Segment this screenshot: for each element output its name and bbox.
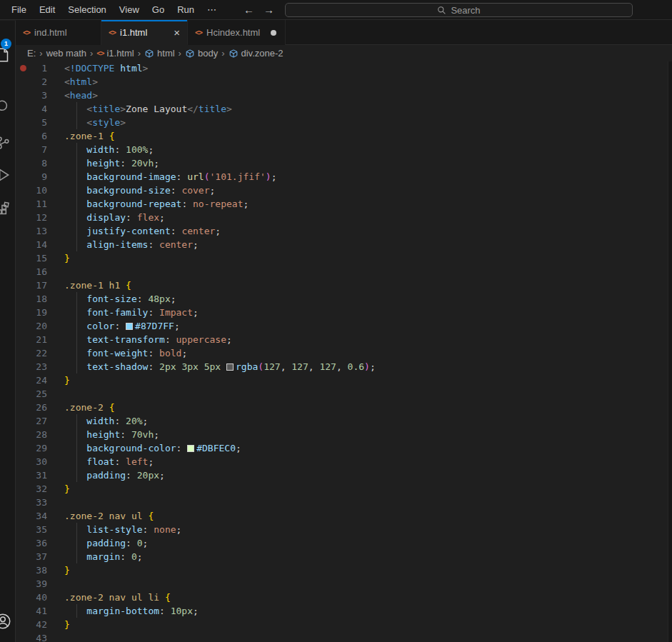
code-line[interactable]: 28 height: 70vh; (16, 428, 668, 441)
line-number[interactable]: 21 (16, 333, 47, 346)
menu-item-file[interactable]: File (5, 2, 33, 18)
breadcrumb-item-web-math[interactable]: web math (46, 48, 86, 59)
line-number[interactable]: 37 (16, 550, 47, 563)
code-line[interactable]: 33 (16, 496, 668, 509)
line-number[interactable]: 14 (16, 238, 47, 251)
menu-item-edit[interactable]: Edit (33, 2, 61, 18)
code-line[interactable]: 17.zone-1 h1 { (16, 279, 668, 292)
line-number[interactable]: 19 (16, 306, 47, 319)
code-line[interactable]: 42} (16, 618, 668, 631)
code-line[interactable]: 23 text-shadow: 2px 3px 5px rgba(127, 12… (16, 360, 668, 373)
line-number[interactable]: 41 (16, 604, 47, 618)
code-line[interactable]: 7 width: 100%; (16, 143, 668, 156)
line-number[interactable]: 25 (16, 387, 47, 401)
code-line[interactable]: 6.zone-1 { (16, 129, 668, 143)
code-line[interactable]: 5 <style> (16, 116, 668, 129)
line-number[interactable]: 34 (16, 509, 47, 523)
code-line[interactable]: 18 font-size: 48px; (16, 292, 668, 306)
code-editor[interactable]: 1<!DOCTYPE html>2<html>3<head>4 <title>Z… (16, 61, 668, 642)
line-number[interactable]: 32 (16, 482, 47, 496)
code-line[interactable]: 10 background-size: cover; (16, 184, 668, 197)
code-line[interactable]: 41 margin-bottom: 10px; (16, 604, 668, 618)
color-swatch[interactable] (226, 363, 234, 371)
code-line[interactable]: 34.zone-2 nav ul { (16, 509, 668, 523)
code-line[interactable]: 37 margin: 0; (16, 550, 668, 563)
color-swatch[interactable] (187, 445, 194, 452)
code-line[interactable]: 16 (16, 265, 668, 279)
code-line[interactable]: 43 (16, 631, 668, 642)
menu-item-more[interactable]: ⋯ (201, 2, 223, 18)
line-number[interactable]: 8 (16, 156, 47, 170)
code-line[interactable]: 11 background-repeat: no-repeat; (16, 197, 668, 211)
line-number[interactable]: 28 (16, 428, 47, 441)
line-number[interactable]: 3 (16, 89, 47, 102)
line-number[interactable]: 26 (16, 401, 47, 414)
line-number[interactable]: 22 (16, 346, 47, 360)
line-number[interactable]: 12 (16, 211, 47, 224)
history-forward-button[interactable]: → (264, 0, 274, 20)
line-number[interactable]: 24 (16, 373, 47, 387)
code-line[interactable]: 8 height: 20vh; (16, 156, 668, 170)
code-line[interactable]: 1<!DOCTYPE html> (16, 61, 668, 75)
code-line[interactable]: 27 width: 20%; (16, 414, 668, 428)
color-swatch[interactable] (126, 323, 133, 330)
line-number[interactable]: 39 (16, 577, 47, 591)
line-number[interactable]: 36 (16, 536, 47, 550)
code-line[interactable]: 24} (16, 373, 668, 387)
line-number[interactable]: 20 (16, 319, 47, 333)
menu-item-selection[interactable]: Selection (61, 2, 112, 18)
tab-hcindex-html[interactable]: <>Hcindex.html (188, 20, 286, 45)
line-number[interactable]: 30 (16, 455, 47, 468)
code-line[interactable]: 26.zone-2 { (16, 401, 668, 414)
code-line[interactable]: 14 align-items: center; (16, 238, 668, 251)
line-number[interactable]: 33 (16, 496, 47, 509)
line-number[interactable]: 42 (16, 618, 47, 631)
line-number[interactable]: 31 (16, 468, 47, 482)
line-number[interactable]: 9 (16, 170, 47, 184)
code-line[interactable]: 25 (16, 387, 668, 401)
line-number[interactable]: 17 (16, 279, 47, 292)
menu-item-go[interactable]: Go (146, 2, 171, 18)
line-number[interactable]: 27 (16, 414, 47, 428)
line-number[interactable]: 10 (16, 184, 47, 197)
code-line[interactable]: 19 font-family: Impact; (16, 306, 668, 319)
code-line[interactable]: 3<head> (16, 89, 668, 102)
code-line[interactable]: 40.zone-2 nav ul li { (16, 591, 668, 604)
code-line[interactable]: 32} (16, 482, 668, 496)
breadcrumb-item-div-zone-2[interactable]: div.zone-2 (229, 48, 284, 59)
line-number[interactable]: 23 (16, 360, 47, 373)
code-line[interactable]: 15} (16, 251, 668, 265)
code-line[interactable]: 4 <title>Zone Layout</title> (16, 102, 668, 116)
breadcrumb-item-e[interactable]: E: (27, 48, 36, 59)
line-number[interactable]: 38 (16, 563, 47, 577)
tab-ind-html[interactable]: <>ind.html (16, 20, 101, 45)
code-line[interactable]: 21 text-transform: uppercase; (16, 333, 668, 346)
activity-item-run-debug[interactable] (0, 166, 12, 184)
line-number[interactable]: 1 (16, 61, 47, 75)
code-line[interactable]: 20 color: #87D7FF; (16, 319, 668, 333)
history-back-button[interactable]: ← (244, 0, 254, 20)
line-number[interactable]: 15 (16, 251, 47, 265)
code-line[interactable]: 35 list-style: none; (16, 523, 668, 536)
line-number[interactable]: 29 (16, 441, 47, 455)
menu-item-run[interactable]: Run (171, 2, 201, 18)
activity-item-account[interactable] (0, 612, 12, 631)
scrollbar-strip[interactable] (668, 61, 672, 642)
command-center-search[interactable]: Search (285, 3, 633, 17)
line-number[interactable]: 18 (16, 292, 47, 306)
code-line[interactable]: 29 background-color: #DBFEC0; (16, 441, 668, 455)
code-line[interactable]: 22 font-weight: bold; (16, 346, 668, 360)
line-number[interactable]: 2 (16, 75, 47, 89)
activity-item-search[interactable] (0, 98, 12, 116)
activity-item-extensions[interactable] (0, 201, 12, 219)
line-number[interactable]: 4 (16, 102, 47, 116)
code-line[interactable]: 36 padding: 0; (16, 536, 668, 550)
tab-close-icon[interactable]: × (168, 27, 180, 38)
breadcrumb-item-html[interactable]: html (144, 48, 175, 59)
line-number[interactable]: 7 (16, 143, 47, 156)
tab-modified-dot[interactable] (271, 30, 276, 36)
line-number[interactable]: 5 (16, 116, 47, 129)
line-number[interactable]: 6 (16, 129, 47, 143)
code-line[interactable]: 12 display: flex; (16, 211, 668, 224)
code-line[interactable]: 2<html> (16, 75, 668, 89)
